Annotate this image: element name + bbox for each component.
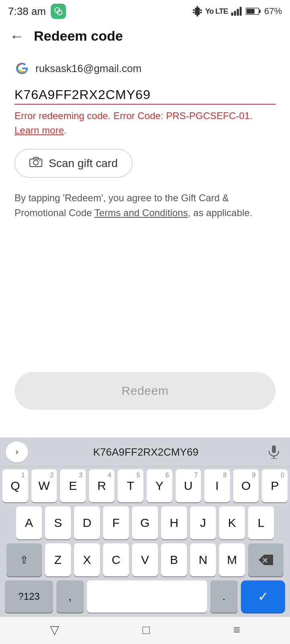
- svg-rect-14: [259, 10, 261, 13]
- backspace-key[interactable]: [248, 543, 284, 576]
- comma-key[interactable]: ,: [56, 580, 84, 613]
- svg-point-17: [33, 160, 38, 165]
- app-icon: [51, 4, 66, 19]
- svg-rect-15: [246, 9, 255, 14]
- key-R[interactable]: 4R: [89, 469, 115, 502]
- key-O[interactable]: 9O: [233, 469, 259, 502]
- key-J[interactable]: J: [190, 506, 216, 539]
- keyboard: › K76A9FF2RX2CMY69 1Q 2W 3E 4R 5T 6Y 7U …: [0, 438, 290, 644]
- svg-rect-11: [237, 9, 239, 16]
- account-row: ruksask16@gmail.com: [14, 61, 276, 76]
- keyboard-bottom-row: ?123 , . ✓: [2, 580, 288, 613]
- microphone-button[interactable]: [263, 442, 284, 462]
- key-A[interactable]: A: [16, 506, 42, 539]
- keyboard-rows: 1Q 2W 3E 4R 5T 6Y 7U 8I 9O 0P A S D F G …: [0, 467, 290, 613]
- svg-rect-7: [200, 12, 202, 13]
- keyboard-suggestion[interactable]: K76A9FF2RX2CMY69: [32, 446, 259, 458]
- enter-key[interactable]: ✓: [241, 580, 285, 613]
- keyboard-row-2: A S D F G H J K L: [2, 506, 288, 539]
- nav-menu-icon[interactable]: ≡: [233, 623, 240, 637]
- key-V[interactable]: V: [132, 543, 158, 576]
- page-title: Redeem code: [34, 28, 123, 44]
- key-H[interactable]: H: [161, 506, 187, 539]
- key-D[interactable]: D: [74, 506, 100, 539]
- key-Y[interactable]: 6Y: [147, 469, 172, 502]
- key-M[interactable]: M: [219, 543, 245, 576]
- key-W[interactable]: 2W: [31, 469, 57, 502]
- battery-percent: 67%: [264, 6, 282, 17]
- keyboard-row-3: ⇧ Z X C V B N M: [2, 543, 288, 576]
- key-C[interactable]: C: [103, 543, 129, 576]
- status-bar: 7:38 am Yo LTE 67%: [0, 0, 290, 21]
- status-time: 7:38 am: [8, 5, 46, 18]
- numbers-key[interactable]: ?123: [5, 580, 53, 613]
- keyboard-suggestion-bar: › K76A9FF2RX2CMY69: [0, 438, 290, 467]
- nav-home-icon[interactable]: □: [143, 623, 150, 637]
- key-Z[interactable]: Z: [45, 543, 71, 576]
- learn-more-link[interactable]: Learn more: [14, 125, 64, 136]
- key-G[interactable]: G: [132, 506, 158, 539]
- code-input-wrap[interactable]: [14, 87, 276, 105]
- period-key[interactable]: .: [210, 580, 238, 613]
- back-button[interactable]: ←: [10, 29, 24, 43]
- error-message: Error redeeming code. Error Code: PRS-PG…: [14, 109, 276, 138]
- key-S[interactable]: S: [45, 506, 71, 539]
- key-P[interactable]: 0P: [262, 469, 288, 502]
- header: ← Redeem code: [0, 21, 290, 51]
- navigation-bar: ▽ □ ≡: [0, 617, 290, 644]
- nav-back-icon[interactable]: ▽: [50, 623, 59, 637]
- content-area: ruksask16@gmail.com Error redeeming code…: [0, 51, 290, 230]
- svg-rect-5: [200, 9, 202, 11]
- svg-rect-6: [193, 12, 195, 13]
- space-key[interactable]: [87, 580, 207, 613]
- key-B[interactable]: B: [161, 543, 187, 576]
- svg-rect-12: [240, 7, 242, 16]
- key-E[interactable]: 3E: [60, 469, 86, 502]
- key-U[interactable]: 7U: [176, 469, 201, 502]
- account-email: ruksask16@gmail.com: [35, 62, 141, 75]
- terms-link[interactable]: Terms and Conditions: [94, 207, 188, 218]
- redeem-button[interactable]: Redeem: [14, 372, 276, 410]
- google-icon: [14, 61, 30, 76]
- shift-key[interactable]: ⇧: [6, 543, 42, 576]
- key-K[interactable]: K: [219, 506, 245, 539]
- key-X[interactable]: X: [74, 543, 100, 576]
- svg-point-18: [39, 160, 41, 161]
- terms-text: By tapping 'Redeem', you agree to the Gi…: [14, 190, 276, 220]
- keyboard-expand-button[interactable]: ›: [6, 442, 28, 462]
- key-Q[interactable]: 1Q: [2, 469, 28, 502]
- svg-rect-19: [272, 445, 276, 453]
- code-input[interactable]: [14, 87, 276, 102]
- key-T[interactable]: 5T: [118, 469, 143, 502]
- svg-rect-4: [193, 9, 195, 11]
- keyboard-row-1: 1Q 2W 3E 4R 5T 6Y 7U 8I 9O 0P: [2, 469, 288, 502]
- camera-icon: [29, 157, 42, 170]
- scan-gift-card-button[interactable]: Scan gift card: [14, 149, 133, 178]
- key-F[interactable]: F: [103, 506, 129, 539]
- status-icons: Yo LTE 67%: [193, 6, 282, 17]
- key-L[interactable]: L: [248, 506, 274, 539]
- svg-rect-10: [234, 11, 236, 16]
- redeem-button-wrap: Redeem: [14, 372, 276, 410]
- key-I[interactable]: 8I: [204, 469, 230, 502]
- svg-rect-8: [195, 8, 200, 15]
- key-N[interactable]: N: [190, 543, 216, 576]
- scan-gift-card-label: Scan gift card: [49, 157, 118, 170]
- svg-rect-9: [231, 12, 233, 16]
